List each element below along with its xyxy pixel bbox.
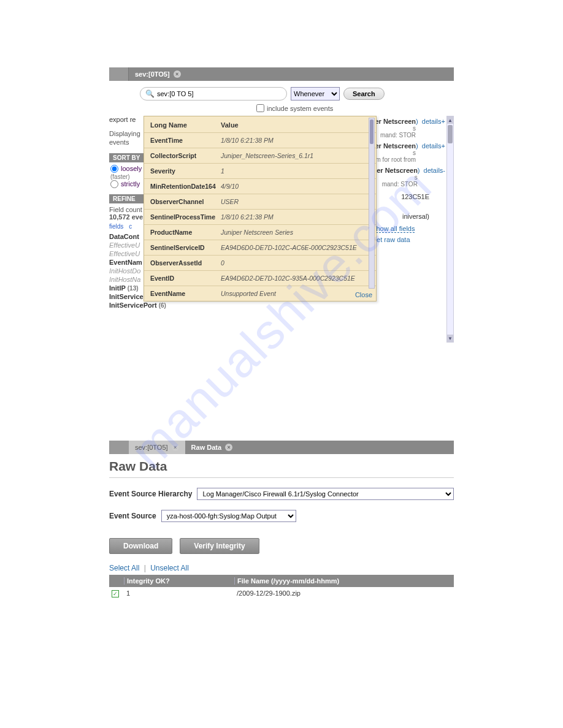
paren: ) xyxy=(416,118,418,125)
unselect-all-link[interactable]: Unselect All xyxy=(150,564,189,572)
sidebar-field[interactable]: InitServicePort (6) xyxy=(109,301,213,309)
table-header: Integrity OK? File Name (/yyyy-mm/dd-hhm… xyxy=(109,575,454,587)
search-box[interactable]: 🔍 xyxy=(140,87,287,100)
tooltip-value: Unsupported Event xyxy=(221,290,370,297)
counts-link[interactable]: c xyxy=(129,223,132,230)
tooltip-scrollbar[interactable] xyxy=(369,118,375,289)
include-label: include system events xyxy=(267,105,333,112)
source-label: Event Source xyxy=(109,512,156,520)
tooltip-name: Severity xyxy=(150,167,221,175)
tooltip-name: SentinelProcessTime xyxy=(150,213,221,221)
raw-home-tab[interactable] xyxy=(109,441,129,454)
tab-query[interactable]: sev:[0TO5] × xyxy=(129,67,187,81)
tooltip-row: EventIDEA94D6D2-DE7D-102C-935A-000C2923C… xyxy=(144,270,376,286)
home-tab[interactable] xyxy=(109,67,129,81)
tooltip-name: ObserverChannel xyxy=(150,198,221,205)
select-row: Select All | Unselect All xyxy=(109,564,454,572)
search-input[interactable] xyxy=(157,90,282,97)
scroll-up-icon[interactable]: ▲ xyxy=(447,116,453,124)
tooltip-row: EventNameUnsupported Event xyxy=(144,286,376,301)
tooltip-value: 1/8/10 6:21:38 PM xyxy=(221,137,370,144)
tooltip-close-link[interactable]: Close xyxy=(355,291,372,298)
button-row: Download Verify Integrity xyxy=(109,538,454,554)
details-link[interactable]: details+ xyxy=(422,118,445,125)
content-wrap: export re Displaying events SORT BY loos… xyxy=(109,116,454,343)
details-tooltip: Long Name Value EventTime1/8/10 6:21:38 … xyxy=(144,116,377,301)
close-icon[interactable]: × xyxy=(225,444,232,451)
close-icon[interactable]: × xyxy=(174,70,181,78)
col-integrity: Integrity OK? xyxy=(124,577,234,585)
cell-integrity: 1 xyxy=(124,590,234,597)
tooltip-value: 4/9/10 xyxy=(221,183,370,190)
get-raw-data-link[interactable]: get raw data xyxy=(373,236,410,243)
tab-bar: sev:[0TO5] × xyxy=(109,67,454,81)
tooltip-name: ProductName xyxy=(150,229,221,236)
col-filename: File Name (/yyyy-mm/dd-hhmm) xyxy=(234,577,454,585)
tooltip-name: CollectorScript xyxy=(150,152,221,159)
whenever-select[interactable]: Whenever xyxy=(291,87,340,100)
hierarchy-select[interactable]: Log Manager/Cisco Firewall 6.1r1/Syslog … xyxy=(197,488,454,500)
raw-data-section: sev:[0TO5] × Raw Data × Raw Data Event S… xyxy=(109,441,454,599)
tooltip-row: ProductNameJuniper Netscreen Series xyxy=(144,224,376,240)
result-text: er Netscreensmand: STOR xyxy=(375,118,416,138)
include-system-events[interactable]: include system events xyxy=(256,104,454,112)
raw-tab-filler xyxy=(239,441,454,454)
raw-data-title: Raw Data xyxy=(109,454,454,478)
tooltip-row: MinRetentionDate1644/9/10 xyxy=(144,178,376,194)
verify-integrity-button[interactable]: Verify Integrity xyxy=(180,538,259,554)
fields-link[interactable]: fields xyxy=(109,223,123,230)
tooltip-name: ObserverAssetId xyxy=(150,259,221,267)
tab-filler xyxy=(187,67,454,81)
close-icon[interactable]: × xyxy=(172,444,179,451)
tooltip-value: EA94D6D2-DE7D-102C-935A-000C2923C51E xyxy=(221,275,370,282)
scroll-thumb[interactable] xyxy=(448,125,453,143)
cell-filename: /2009-12/29-1900.zip xyxy=(234,590,454,597)
tab-raw-data[interactable]: Raw Data × xyxy=(185,441,239,454)
tooltip-row: EventTime1/8/10 6:21:38 PM xyxy=(144,132,376,148)
search-row: 🔍 Whenever Search xyxy=(109,81,454,104)
details-link[interactable]: details- xyxy=(424,167,445,174)
details-link[interactable]: details+ xyxy=(422,142,445,150)
select-all-link[interactable]: Select All xyxy=(109,564,139,572)
tooltip-scroll-thumb[interactable] xyxy=(370,119,373,144)
include-checkbox[interactable] xyxy=(256,104,264,112)
tooltip-name: SentinelServiceID xyxy=(150,244,221,251)
results-scrollbar[interactable]: ▲ ▼ xyxy=(446,116,454,343)
tooltip-row: Severity1 xyxy=(144,163,376,178)
tab-prev-label: sev:[0TO5] xyxy=(135,444,168,451)
hierarchy-label: Event Source Hierarchy xyxy=(109,490,192,498)
tooltip-row: ObserverAssetId0 xyxy=(144,255,376,270)
tooltip-name: EventTime xyxy=(150,137,221,144)
tooltip-name: MinRetentionDate164 xyxy=(150,183,221,190)
tooltip-value: USER xyxy=(221,198,370,205)
tooltip-header: Long Name Value xyxy=(144,116,376,132)
tab-raw-label: Raw Data xyxy=(191,444,222,451)
tooltip-row: SentinelProcessTime1/8/10 6:21:38 PM xyxy=(144,209,376,224)
tooltip-value: 0 xyxy=(221,259,370,267)
faster-note: (faster) xyxy=(110,173,130,180)
tooltip-row: CollectorScriptJuniper_Netscreen-Series_… xyxy=(144,148,376,163)
tab-label: sev:[0TO5] xyxy=(135,70,170,78)
tooltip-col-longname: Long Name xyxy=(150,121,221,129)
paren: ) xyxy=(416,142,418,150)
separator: | xyxy=(144,564,146,572)
tooltip-name: EventID xyxy=(150,275,221,282)
search-button[interactable]: Search xyxy=(343,88,385,100)
tab-prev-query[interactable]: sev:[0TO5] × xyxy=(129,441,185,454)
source-select[interactable]: yza-host-000-fgh:Syslog:Map Output xyxy=(161,510,296,522)
source-row: Event Source yza-host-000-fgh:Syslog:Map… xyxy=(109,510,454,522)
tooltip-col-value: Value xyxy=(221,121,239,129)
tooltip-value: EA94D6D0-DE7D-102C-AC6E-000C2923C51E xyxy=(221,244,370,251)
tooltip-name: EventName xyxy=(150,290,221,297)
tooltip-row: SentinelServiceIDEA94D6D0-DE7D-102C-AC6E… xyxy=(144,240,376,255)
tooltip-row: ObserverChannelUSER xyxy=(144,194,376,209)
row-checkbox[interactable]: ✓ xyxy=(112,590,119,597)
scroll-down-icon[interactable]: ▼ xyxy=(447,335,453,342)
paren: ) xyxy=(418,167,420,174)
tooltip-value: Juniper_Netscreen-Series_6.1r1 xyxy=(221,152,370,159)
table-row: ✓ 1 /2009-12/29-1900.zip xyxy=(109,587,454,599)
download-button[interactable]: Download xyxy=(109,538,172,554)
show-all-fields-link[interactable]: show all fields xyxy=(373,225,415,233)
raw-tab-bar: sev:[0TO5] × Raw Data × xyxy=(109,441,454,454)
tooltip-value: Juniper Netscreen Series xyxy=(221,229,370,236)
